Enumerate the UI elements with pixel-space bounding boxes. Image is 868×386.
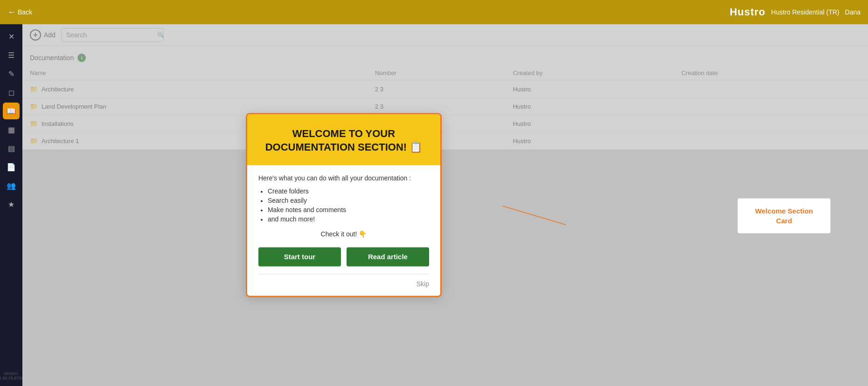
read-article-button[interactable]: Read article xyxy=(347,248,429,267)
modal-body: Here's what you can do with all your doc… xyxy=(247,165,440,296)
list-item: Make notes and comments xyxy=(268,207,429,214)
user-name: Dana xyxy=(845,8,861,16)
sidebar-item-edit[interactable]: ✎ xyxy=(3,65,20,82)
back-label: Back xyxy=(18,8,32,16)
sidebar-item-table[interactable]: ▤ xyxy=(3,140,20,157)
welcome-card-text: Welcome Section Card xyxy=(755,207,813,225)
modal-skip: Skip xyxy=(258,280,429,289)
sidebar-item-square[interactable]: ◻ xyxy=(3,84,20,101)
sidebar-item-book[interactable]: 📖 xyxy=(3,103,20,119)
list-item: Create folders xyxy=(268,188,429,195)
modal-check: Check it out! 👇 xyxy=(258,231,429,238)
content-area: + Add 🔍 Documentation i Name Number Crea… xyxy=(22,24,868,386)
nav-left: ← Back xyxy=(7,7,32,17)
sidebar: ✕ ☰ ✎ ◻ 📖 ▦ ▤ 📄 👥 ★ version: 2.90.25.678… xyxy=(0,24,22,386)
modal-list: Create foldersSearch easilyMake notes an… xyxy=(258,188,429,223)
modal-buttons: Start tour Read article xyxy=(258,248,429,267)
sidebar-item-document[interactable]: 📄 xyxy=(3,159,20,175)
list-item: Search easily xyxy=(268,197,429,205)
welcome-section-card: Welcome Section Card xyxy=(737,198,831,234)
modal-divider xyxy=(258,274,429,275)
modal-intro: Here's what you can do with all your doc… xyxy=(258,175,429,182)
sidebar-item-users[interactable]: 👥 xyxy=(3,177,20,194)
main-layout: ✕ ☰ ✎ ◻ 📖 ▦ ▤ 📄 👥 ★ version: 2.90.25.678… xyxy=(0,24,868,386)
sidebar-item-close[interactable]: ✕ xyxy=(3,28,20,45)
list-item: and much more! xyxy=(268,216,429,223)
sidebar-item-star[interactable]: ★ xyxy=(3,196,20,213)
welcome-modal: WELCOME TO YOUR DOCUMENTATION SECTION! 📋… xyxy=(246,113,442,297)
sidebar-item-menu[interactable]: ☰ xyxy=(3,47,20,63)
back-arrow-icon: ← xyxy=(7,7,16,17)
skip-button[interactable]: Skip xyxy=(417,281,429,288)
back-button[interactable]: ← Back xyxy=(7,7,32,17)
modal-title: WELCOME TO YOUR DOCUMENTATION SECTION! 📋 xyxy=(258,127,429,154)
modal-header: WELCOME TO YOUR DOCUMENTATION SECTION! 📋 xyxy=(247,114,440,165)
sidebar-item-grid[interactable]: ▦ xyxy=(3,121,20,138)
start-tour-button[interactable]: Start tour xyxy=(258,248,341,267)
company-name: Hustro Residential (TR) xyxy=(771,8,839,16)
hustro-logo: Hustro xyxy=(729,6,765,18)
top-navigation: ← Back Hustro Hustro Residential (TR) Da… xyxy=(0,0,868,24)
nav-right: Hustro Hustro Residential (TR) Dana xyxy=(729,6,861,18)
sidebar-version: version: 2.90.25.6781 xyxy=(0,369,25,382)
